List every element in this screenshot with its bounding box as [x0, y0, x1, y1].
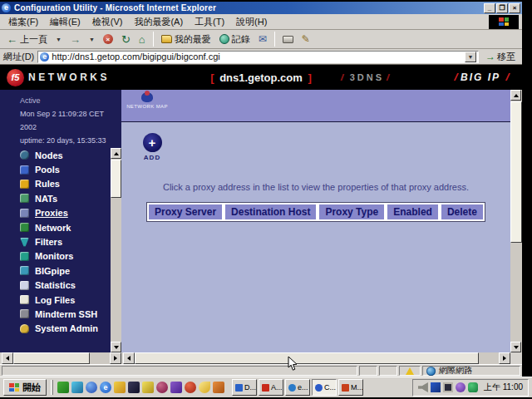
taskbar-clock[interactable]: 上午 11:00 — [484, 382, 523, 393]
volume-icon[interactable] — [418, 382, 428, 392]
maximize-button[interactable]: ❐ — [496, 3, 508, 13]
go-button[interactable]: → 移至 — [482, 51, 519, 63]
history-button[interactable]: 記錄 — [216, 31, 254, 47]
sidebar-item-nodes[interactable]: Nodes — [0, 148, 111, 162]
task-window-button[interactable]: A... — [259, 379, 283, 396]
sidebar-item-label: Monitors — [35, 251, 73, 261]
scroll-left-button[interactable] — [2, 352, 13, 364]
add-proxy-button[interactable]: + ADD — [138, 133, 166, 161]
sidebar-item-log-files[interactable]: Log Files — [0, 293, 111, 307]
tray-app-icon[interactable] — [456, 382, 466, 392]
column-enabled[interactable]: Enabled — [386, 203, 440, 221]
go-label: 移至 — [497, 51, 515, 63]
menu-file[interactable]: 檔案(F) — [3, 15, 43, 29]
main-horizontal-scrollbar[interactable] — [123, 352, 510, 364]
sidebar-item-network[interactable]: Network — [0, 220, 111, 234]
task-button-label: M... — [351, 383, 363, 392]
sidebar-item-pools[interactable]: Pools — [0, 162, 111, 176]
scroll-up-button[interactable] — [510, 90, 521, 101]
quick-launch-icon[interactable] — [185, 382, 196, 393]
main-scrollbar[interactable] — [510, 90, 522, 352]
address-input[interactable]: e http://dns1.getop.com/bigipgui/bigconf… — [37, 51, 479, 63]
window-titlebar[interactable]: e Configuration Utility - Microsoft Inte… — [0, 2, 522, 14]
sidebar-item-bigpipe[interactable]: BIGpipe — [0, 264, 111, 278]
task-window-button[interactable]: M... — [338, 379, 363, 396]
input-language-icon[interactable] — [431, 382, 441, 392]
menu-edit[interactable]: 編輯(E) — [45, 15, 86, 29]
home-button[interactable]: ⌂ — [135, 31, 149, 47]
rules-icon — [20, 180, 29, 189]
mail-button[interactable]: ✉ — [255, 31, 270, 47]
sidebar-item-statistics[interactable]: Statistics — [0, 278, 111, 293]
sidebar-item-filters[interactable]: Filters — [0, 234, 111, 249]
scroll-right-button[interactable] — [110, 352, 121, 364]
network-map-button[interactable]: NETWORK MAP — [128, 92, 166, 120]
sidebar-item-proxies[interactable]: Proxies — [0, 206, 111, 220]
task-button-label: e... — [298, 383, 308, 392]
column-proxy-type[interactable]: Proxy Type — [318, 203, 386, 221]
menu-help[interactable]: 說明(H) — [231, 15, 272, 29]
proxy-table-header-row: Proxy Server Destination Host Proxy Type… — [147, 203, 485, 221]
scroll-down-button[interactable] — [510, 342, 521, 352]
column-destination-host[interactable]: Destination Host — [224, 203, 318, 221]
scrollbar-thumb[interactable] — [510, 101, 522, 243]
brand-header: f5 NETWORKS [ dns1.getop.com ] 3DNS BIG … — [0, 65, 522, 90]
display-settings-icon[interactable] — [443, 382, 453, 392]
menu-view[interactable]: 檢視(V) — [87, 15, 128, 29]
start-button[interactable]: 開始 — [3, 379, 47, 396]
refresh-button[interactable]: ↻ — [118, 31, 134, 47]
minimize-button[interactable]: _ — [484, 3, 495, 13]
scroll-down-button[interactable] — [111, 342, 121, 352]
menu-tools[interactable]: 工具(T) — [190, 15, 229, 29]
print-button[interactable] — [279, 31, 297, 47]
quick-launch-icon[interactable] — [156, 382, 168, 393]
scroll-left-button[interactable] — [123, 352, 135, 364]
stop-button[interactable]: × — [100, 31, 116, 47]
sidebar-item-nats[interactable]: NATs — [0, 191, 111, 205]
sidebar-item-mindterm-ssh[interactable]: Mindterm SSH — [0, 307, 111, 321]
scroll-right-button[interactable] — [499, 352, 510, 364]
column-delete[interactable]: Delete — [440, 203, 485, 221]
security-zone-segment: 網際網路 — [422, 366, 520, 376]
quick-launch-icon[interactable] — [57, 382, 69, 393]
quick-launch-icon[interactable] — [86, 382, 97, 393]
quick-launch-icon[interactable] — [114, 382, 126, 393]
statistics-icon — [20, 281, 29, 290]
scrollbar-thumb[interactable] — [111, 160, 121, 198]
forward-icon: → — [70, 34, 81, 45]
back-dropdown[interactable]: ▼ — [52, 31, 65, 47]
sidebar-horizontal-scrollbar[interactable] — [2, 352, 121, 364]
edit-button[interactable]: ✎ — [298, 31, 313, 47]
close-button[interactable]: × — [509, 3, 520, 13]
scrollbar-thumb[interactable] — [13, 352, 90, 364]
quick-launch-icon[interactable] — [128, 382, 140, 393]
history-icon — [219, 34, 229, 44]
task-window-button[interactable]: e... — [285, 379, 310, 396]
favorites-button[interactable]: 我的最愛 — [158, 31, 214, 47]
scrollbar-thumb[interactable] — [135, 352, 479, 364]
status-uptime: uptime: 20 days, 15:35:33 — [20, 134, 121, 147]
proxies-panel: + ADD Click a proxy address in the list … — [121, 122, 510, 352]
sidebar-item-rules[interactable]: Rules — [0, 177, 111, 191]
address-dropdown-button[interactable]: ▼ — [465, 52, 476, 62]
quick-launch-icon[interactable] — [71, 382, 83, 393]
task-window-button-active[interactable]: C... — [312, 379, 337, 396]
scroll-up-button[interactable] — [111, 148, 121, 159]
ie-quick-launch-icon[interactable]: e — [100, 382, 111, 393]
forward-dropdown[interactable]: ▼ — [86, 31, 98, 47]
quick-launch-icon[interactable] — [213, 382, 224, 393]
quick-launch-icon[interactable] — [142, 382, 154, 393]
quick-launch-icon[interactable] — [199, 382, 210, 393]
sidebar-scrollbar[interactable] — [111, 148, 121, 352]
sidebar-item-system-admin[interactable]: System Admin — [0, 322, 111, 336]
taskbar-grip[interactable] — [51, 380, 53, 395]
forward-button[interactable]: → — [66, 31, 84, 47]
network-status-icon[interactable] — [468, 382, 478, 392]
task-window-button[interactable]: D... — [232, 379, 257, 396]
column-proxy-server[interactable]: Proxy Server — [147, 203, 224, 221]
sidebar-item-monitors[interactable]: Monitors — [0, 249, 111, 264]
back-button[interactable]: ← 上一頁 — [3, 31, 51, 47]
menu-favorites[interactable]: 我的最愛(A) — [129, 15, 188, 29]
quick-launch-icon[interactable] — [170, 382, 182, 393]
status-datetime: Mon Sep 2 11:09:28 CET 2002 — [20, 107, 121, 134]
